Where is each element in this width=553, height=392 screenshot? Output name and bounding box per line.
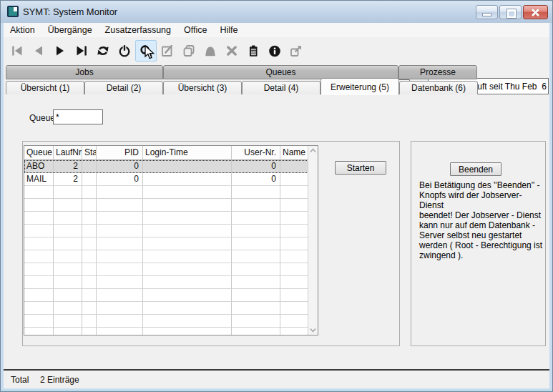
bell-icon[interactable] bbox=[200, 40, 221, 62]
table-cell bbox=[143, 237, 232, 250]
copy-icon[interactable] bbox=[178, 40, 200, 62]
table-row[interactable]: ABO200 bbox=[24, 160, 308, 173]
scroll-down-icon[interactable] bbox=[310, 328, 316, 333]
delete-icon[interactable] bbox=[221, 40, 243, 62]
starten-button[interactable]: Starten bbox=[335, 161, 386, 175]
table-cell bbox=[232, 302, 280, 315]
table-cell bbox=[82, 302, 97, 315]
table-cell bbox=[82, 328, 97, 335]
column-header-stat[interactable]: Stat bbox=[82, 146, 97, 160]
table-row-empty bbox=[24, 250, 308, 263]
table-cell bbox=[54, 276, 82, 289]
table-cell[interactable]: 2 bbox=[54, 160, 82, 173]
table-row-empty bbox=[24, 302, 308, 315]
menu-item-zusatzerfassung[interactable]: Zusatzerfassung bbox=[99, 24, 177, 36]
table-cell bbox=[24, 225, 54, 237]
tab-erweiterung-5[interactable]: Erweiterung (5) bbox=[320, 78, 399, 95]
table-cell bbox=[54, 263, 82, 276]
tab-datenbank-6[interactable]: Datenbank (6) bbox=[399, 81, 478, 95]
column-header-name[interactable]: Name bbox=[280, 146, 308, 160]
window-border-bottom bbox=[1, 388, 552, 391]
power-icon[interactable] bbox=[114, 40, 135, 62]
window-border-right bbox=[549, 23, 552, 391]
table-cell[interactable]: 0 bbox=[97, 160, 143, 173]
table-row-empty bbox=[24, 289, 308, 302]
table-cell[interactable]: 0 bbox=[232, 160, 280, 173]
tab-bersicht-3[interactable]: Übersicht (3) bbox=[163, 81, 242, 95]
menu-item-aktion[interactable]: Aktion bbox=[4, 24, 41, 36]
tab-detail-4[interactable]: Detail (4) bbox=[242, 81, 320, 95]
app-window: SYMT: System Monitor AktionÜbergängeZusa… bbox=[0, 0, 553, 392]
tab-group-queues[interactable]: Queues bbox=[163, 65, 398, 79]
table-row-empty bbox=[24, 263, 308, 276]
column-header-laufnr[interactable]: LaufNr bbox=[54, 146, 82, 160]
maximize-button[interactable] bbox=[499, 5, 522, 19]
table-cell bbox=[54, 250, 82, 263]
scroll-up-icon[interactable] bbox=[310, 148, 316, 153]
menu-item-hilfe[interactable]: Hilfe bbox=[213, 24, 244, 36]
table-cell bbox=[232, 212, 280, 225]
refresh-icon[interactable] bbox=[92, 40, 114, 62]
table-cell bbox=[143, 250, 232, 263]
table-cell bbox=[24, 276, 54, 289]
table-cell bbox=[232, 315, 280, 328]
tab-detail-2[interactable]: Detail (2) bbox=[84, 81, 163, 95]
table-cell[interactable]: 0 bbox=[97, 173, 143, 186]
column-header-usernr[interactable]: User-Nr. bbox=[232, 146, 280, 160]
column-header-queue[interactable]: Queue bbox=[24, 146, 54, 160]
table-cell bbox=[54, 199, 82, 212]
table-cell bbox=[143, 302, 232, 315]
next-record-icon[interactable] bbox=[49, 40, 71, 62]
table-scrollbar[interactable] bbox=[308, 146, 318, 335]
table-row-empty bbox=[24, 212, 308, 225]
table-cell[interactable] bbox=[82, 173, 97, 186]
table-cell[interactable]: MAIL bbox=[24, 173, 54, 186]
tab-bersicht-1[interactable]: Übersicht (1) bbox=[6, 81, 84, 95]
table-cell[interactable] bbox=[143, 160, 232, 173]
table-row-empty bbox=[24, 276, 308, 289]
first-record-icon[interactable] bbox=[6, 40, 28, 62]
table-cell[interactable]: 2 bbox=[54, 173, 82, 186]
table-cell bbox=[54, 289, 82, 302]
table-row-empty bbox=[24, 328, 308, 335]
protocol-icon[interactable] bbox=[243, 40, 264, 62]
table-cell bbox=[143, 289, 232, 302]
table-cell bbox=[232, 250, 280, 263]
table-cell bbox=[97, 289, 143, 302]
table-cell bbox=[97, 276, 143, 289]
last-record-icon[interactable] bbox=[71, 40, 92, 62]
table-cell bbox=[54, 328, 82, 335]
menu-item-bergnge[interactable]: Übergänge bbox=[41, 24, 99, 36]
table-cell bbox=[280, 276, 308, 289]
table-cell bbox=[143, 186, 232, 199]
table-row-empty bbox=[24, 237, 308, 250]
column-header-pid[interactable]: PID bbox=[97, 146, 143, 160]
column-header-logintime[interactable]: Login-Time bbox=[143, 146, 232, 160]
table-cell bbox=[232, 276, 280, 289]
title-bar[interactable]: SYMT: System Monitor bbox=[1, 1, 552, 24]
edit-icon[interactable] bbox=[157, 40, 178, 62]
beenden-button[interactable]: Beenden bbox=[450, 162, 501, 176]
queue-input[interactable] bbox=[53, 109, 103, 124]
table-row-empty bbox=[24, 315, 308, 328]
table-cell bbox=[280, 212, 308, 225]
info-icon[interactable] bbox=[264, 40, 285, 62]
menu-item-office[interactable]: Office bbox=[177, 24, 213, 36]
table-cell[interactable] bbox=[280, 160, 308, 173]
table-row-empty bbox=[24, 199, 308, 212]
minimize-button[interactable] bbox=[476, 5, 498, 19]
tab-group-prozesse[interactable]: Prozesse bbox=[398, 65, 477, 79]
export-icon[interactable] bbox=[285, 40, 307, 62]
table-cell bbox=[82, 250, 97, 263]
tab-group-jobs[interactable]: Jobs bbox=[6, 65, 163, 79]
table-cell[interactable] bbox=[280, 173, 308, 186]
table-cell bbox=[232, 237, 280, 250]
table-cell[interactable] bbox=[82, 160, 97, 173]
queue-table[interactable]: QueueLaufNrStatPIDLogin-TimeUser-Nr.Name… bbox=[24, 145, 318, 335]
table-cell[interactable]: ABO bbox=[24, 160, 54, 173]
close-button[interactable] bbox=[523, 5, 548, 19]
table-cell[interactable]: 0 bbox=[232, 173, 280, 186]
table-cell[interactable] bbox=[143, 173, 232, 186]
previous-record-icon[interactable] bbox=[28, 40, 49, 62]
table-row[interactable]: MAIL200 bbox=[24, 173, 308, 186]
